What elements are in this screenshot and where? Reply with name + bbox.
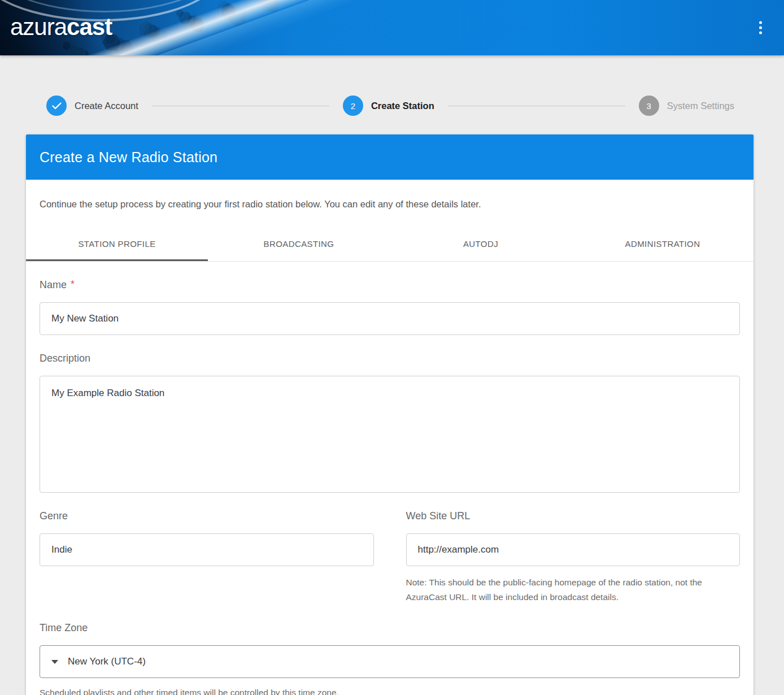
genre-input[interactable] — [40, 533, 374, 566]
step-create-account[interactable]: Create Account — [46, 95, 138, 116]
dropdown-caret-icon — [51, 660, 58, 664]
tab-bar: STATION PROFILE BROADCASTING AUTODJ ADMI… — [26, 226, 753, 262]
app-header: ⬢⬢⬢⬢⬢⬢⬢⬢⬢⬢⬢⬢⬢⬢⬢⬢⬢⬢⬢⬢⬢⬢⬢⬢⬢⬢⬢⬢⬢⬢⬢⬢⬢⬢⬢⬢⬢⬢⬢⬢… — [0, 0, 784, 55]
timezone-help-text: Scheduled playlists and other timed item… — [40, 688, 740, 695]
logo-text-light: azura — [10, 14, 67, 40]
step-number-badge: 2 — [343, 95, 363, 116]
description-input[interactable]: My Example Radio Station — [40, 376, 740, 493]
tab-station-profile[interactable]: STATION PROFILE — [26, 226, 208, 261]
azuracast-logo[interactable]: azuracast — [10, 14, 112, 41]
step-create-station[interactable]: 2 Create Station — [343, 95, 434, 116]
station-profile-form: Name* Description My Example Radio Stati… — [26, 279, 753, 695]
setup-stepper: Create Account 2 Create Station 3 System… — [0, 95, 784, 116]
logo-text-bold: cast — [67, 14, 112, 40]
check-icon — [46, 95, 67, 116]
kebab-dot — [759, 32, 762, 34]
step-label: Create Station — [371, 101, 434, 111]
description-label: Description — [40, 353, 740, 364]
step-system-settings[interactable]: 3 System Settings — [639, 95, 734, 116]
tab-administration[interactable]: ADMINISTRATION — [572, 226, 753, 261]
step-label: System Settings — [667, 101, 734, 111]
kebab-dot — [759, 27, 762, 29]
tab-broadcasting[interactable]: BROADCASTING — [208, 226, 390, 261]
setup-wizard-page: ⬢⬢⬢⬢⬢⬢⬢⬢⬢⬢⬢⬢⬢⬢⬢⬢⬢⬢⬢⬢⬢⬢⬢⬢⬢⬢⬢⬢⬢⬢⬢⬢⬢⬢⬢⬢⬢⬢⬢⬢… — [0, 0, 784, 695]
step-number-badge: 3 — [639, 95, 659, 116]
timezone-selected-value: New York (UTC-4) — [68, 656, 146, 667]
intro-text: Continue the setup process by creating y… — [26, 180, 753, 210]
website-url-note: Note: This should be the public-facing h… — [406, 575, 741, 605]
create-station-card: Create a New Radio Station Continue the … — [26, 134, 753, 695]
genre-label: Genre — [40, 510, 374, 522]
stepper-connector — [448, 106, 625, 106]
kebab-dot — [759, 21, 762, 24]
timezone-select[interactable]: New York (UTC-4) — [40, 645, 740, 678]
website-column: Web Site URL Note: This should be the pu… — [406, 493, 741, 605]
stepper-connector — [152, 106, 329, 106]
name-input[interactable] — [40, 302, 740, 335]
tab-autodj[interactable]: AUTODJ — [390, 226, 572, 261]
website-url-label: Web Site URL — [406, 510, 741, 522]
step-label: Create Account — [75, 101, 138, 111]
timezone-label: Time Zone — [40, 622, 740, 634]
genre-website-row: Genre Web Site URL Note: This should be … — [40, 493, 740, 605]
website-url-input[interactable] — [406, 533, 741, 566]
card-title-bar: Create a New Radio Station — [26, 134, 753, 180]
name-label: Name* — [40, 279, 740, 291]
overflow-menu-icon[interactable] — [756, 17, 765, 39]
genre-column: Genre — [40, 493, 374, 605]
page-title: Create a New Radio Station — [40, 149, 217, 166]
required-asterisk: * — [71, 279, 75, 290]
